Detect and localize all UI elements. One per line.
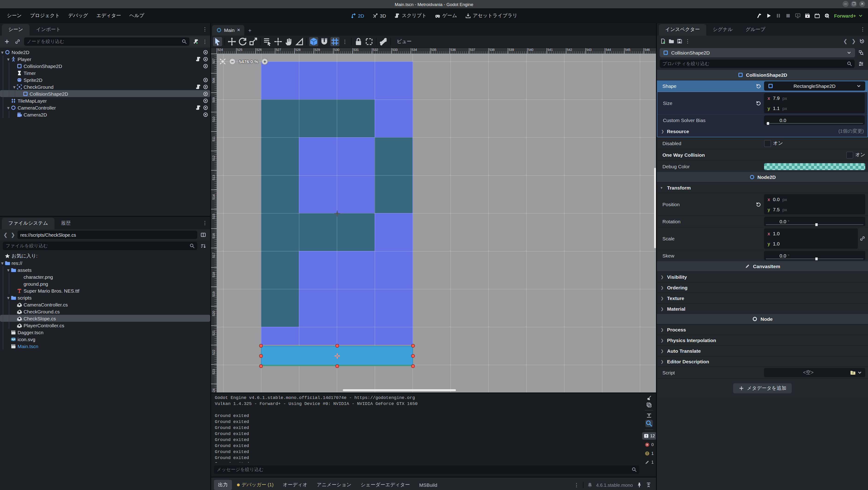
zoom-in-button[interactable]: + xyxy=(262,58,268,65)
chevron-down-icon[interactable] xyxy=(857,370,863,375)
bottom-tab-出力[interactable]: 出力 xyxy=(214,480,232,490)
workspace-2D[interactable]: 2D xyxy=(349,11,366,20)
tree-caret-icon[interactable]: ▾ xyxy=(0,49,5,55)
Skew-slider[interactable]: 0.0° xyxy=(764,251,865,260)
fs-dock-kebab-icon[interactable]: ⋮ xyxy=(202,220,208,226)
center-view-icon[interactable] xyxy=(219,58,226,65)
fs-dock-tab-ファイルシステム[interactable]: ファイルシステム xyxy=(2,218,55,229)
scene-node-CheckGround[interactable]: ▾ CheckGround xyxy=(0,83,210,90)
checkbox-Disabled[interactable] xyxy=(764,140,771,147)
inspector-settings-icon[interactable] xyxy=(857,60,865,68)
file-item-お気に入り:[interactable]: お気に入り: xyxy=(0,252,210,259)
shape-handle[interactable] xyxy=(259,354,263,358)
stop-icon[interactable] xyxy=(785,13,791,19)
file-sort-icon[interactable] xyxy=(199,242,208,250)
grid-snap-icon[interactable] xyxy=(330,37,340,46)
section-Visibility[interactable]: ❯Visibility xyxy=(657,271,868,282)
script-icon[interactable] xyxy=(195,84,201,89)
load-resource-icon[interactable] xyxy=(669,38,674,44)
file-item-Dagger.tscn[interactable]: Dagger.tscn xyxy=(0,329,210,336)
workspace-ゲーム[interactable]: ゲーム xyxy=(433,11,459,20)
file-item-ground.png[interactable]: ground.png xyxy=(0,280,210,287)
shape-handle[interactable] xyxy=(335,344,339,348)
bottom-tab-シェーダーエディター[interactable]: シェーダーエディター xyxy=(356,480,414,490)
scene-dock-tab-シーン[interactable]: シーン xyxy=(2,24,30,36)
scene-node-CollisionShape2D[interactable]: CollisionShape2D xyxy=(0,90,210,97)
play-remote-icon[interactable] xyxy=(795,13,801,19)
scene-menu-kebab-icon[interactable]: ⋮ xyxy=(202,38,208,45)
scene-node-Player[interactable]: ▾ Player xyxy=(0,55,210,62)
debug-color-swatch[interactable] xyxy=(764,163,865,170)
revert-icon[interactable] xyxy=(755,202,761,207)
zoom-level[interactable]: 5476.0 % xyxy=(239,59,258,64)
Rotation-slider[interactable]: 0.0° xyxy=(764,217,865,226)
inspector-forward-icon[interactable]: ❯ xyxy=(851,38,857,44)
file-item-assets[interactable]: ▾ assets xyxy=(0,266,210,273)
search-log-icon[interactable] xyxy=(645,420,653,427)
filter-warnings-toggle[interactable]: 1 xyxy=(643,450,655,457)
scene-dock-kebab-icon[interactable]: ⋮ xyxy=(202,26,208,32)
engine-version[interactable]: 4.6.1.stable.mono xyxy=(596,482,633,487)
shape-handle[interactable] xyxy=(259,344,263,348)
snap-options-kebab-icon[interactable]: ⋮ xyxy=(341,38,349,45)
collapse-log-icon[interactable] xyxy=(646,413,652,419)
canvas-2d[interactable]: − 5476.0 % + xyxy=(217,54,656,393)
bottom-tab-デバッガー (1)[interactable]: デバッガー (1) xyxy=(233,480,278,490)
node-position-gizmo[interactable] xyxy=(334,210,340,217)
script-value[interactable]: <空> xyxy=(764,368,865,377)
inspector-tab-グループ[interactable]: グループ xyxy=(739,24,772,36)
tree-caret-icon[interactable]: ▾ xyxy=(6,295,11,300)
scene-filter-input[interactable]: ノードを絞り込む xyxy=(24,37,189,46)
workspace-スクリプト[interactable]: スクリプト xyxy=(393,11,428,20)
menu-シーン[interactable]: シーン xyxy=(4,11,25,20)
pivot-tool-icon[interactable] xyxy=(274,37,283,46)
menu-ヘルプ[interactable]: ヘルプ xyxy=(126,11,148,20)
scene-node-Camera2D[interactable]: Camera2D xyxy=(0,111,210,118)
shape-handle[interactable] xyxy=(411,354,415,358)
skeleton-options-icon[interactable] xyxy=(379,37,388,46)
menu-プロジェクト[interactable]: プロジェクト xyxy=(27,11,63,20)
pin-panel-icon[interactable] xyxy=(637,482,642,488)
list-select-icon[interactable] xyxy=(263,37,272,46)
scene-node-TileMapLayer[interactable]: TileMapLayer xyxy=(0,97,210,104)
film-icon[interactable] xyxy=(824,13,830,19)
link-scale-icon[interactable] xyxy=(860,236,865,241)
shape-handle[interactable] xyxy=(335,364,339,368)
restore-button[interactable]: ❐ xyxy=(851,1,857,7)
snap-toggle-icon[interactable] xyxy=(309,37,318,46)
scene-node-Sprite2D[interactable]: Sprite2D xyxy=(0,76,210,83)
script-icon[interactable] xyxy=(195,105,201,110)
view-menu-button[interactable]: ビュー xyxy=(393,38,415,45)
clear-output-icon[interactable] xyxy=(646,395,652,401)
shape-handle[interactable] xyxy=(411,364,415,368)
eye-icon[interactable] xyxy=(203,84,208,89)
shape-pivot-icon[interactable] xyxy=(334,352,340,359)
attach-script-button[interactable] xyxy=(192,37,200,46)
script-load-icon[interactable] xyxy=(850,370,856,375)
menu-デバッグ[interactable]: デバッグ xyxy=(65,11,91,20)
scene-node-CameraController[interactable]: ▾ CameraController xyxy=(0,104,210,111)
tree-caret-icon[interactable]: ▾ xyxy=(12,84,17,89)
bottom-tab-MSBuild[interactable]: MSBuild xyxy=(415,480,441,490)
inspector-kebab-icon[interactable]: ⋮ xyxy=(860,26,865,32)
renderer-select[interactable]: Forward+ xyxy=(834,13,863,19)
shape-resource-picker[interactable]: RectangleShape2D xyxy=(764,81,865,91)
section-Transform[interactable]: ▾Transform xyxy=(657,182,868,193)
file-item-Main.tscn[interactable]: Main.tscn xyxy=(0,343,210,349)
history-forward-icon[interactable]: ❯ xyxy=(10,232,16,238)
close-button[interactable]: ✕ xyxy=(859,1,865,7)
tree-caret-icon[interactable]: ▾ xyxy=(6,56,11,62)
add-node-button[interactable] xyxy=(3,37,11,46)
select-tool-icon[interactable] xyxy=(213,37,222,46)
output-filter-input[interactable]: メッセージを絞り込む xyxy=(214,465,639,474)
section-Ordering[interactable]: ❯Ordering xyxy=(657,282,868,293)
tree-caret-icon[interactable]: ▾ xyxy=(6,267,11,272)
section-Auto Translate[interactable]: ❯Auto Translate xyxy=(657,345,868,356)
workspace-アセットライブラリ[interactable]: アセットライブラリ xyxy=(464,11,519,20)
ruler-tool-icon[interactable] xyxy=(295,37,304,46)
section-Process[interactable]: ❯Process xyxy=(657,324,868,335)
slider-thumb[interactable] xyxy=(815,223,818,226)
zoom-out-button[interactable]: − xyxy=(229,58,236,65)
save-resource-icon[interactable] xyxy=(677,38,682,44)
move-tool-icon[interactable] xyxy=(227,37,237,46)
